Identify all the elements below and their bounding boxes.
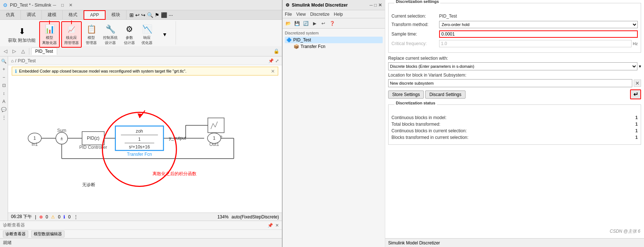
model-manager-button[interactable]: 📋 模型管理器 [83,22,99,47]
diag-tab-editor[interactable]: 模型数据编辑器 [31,231,65,237]
disc-apply-btn[interactable]: ▶ [310,19,319,27]
sidebar-fit-icon[interactable]: ⊡ [1,82,7,89]
ready-label: 就绪 [3,240,12,246]
apply-icon-button[interactable]: ↵ [630,89,641,99]
alert-text: Embedded Coder app closed because model … [19,69,187,73]
simulink-title-bar: ⚙ PID_Test * - Simulink ─ □ ✕ [0,0,282,10]
disc-close[interactable]: ✕ [378,3,382,8]
toolbar-btn-5[interactable]: ⚑ [155,12,159,18]
diag-close-icon[interactable]: ✕ [275,223,279,228]
sidebar-dots-icon[interactable]: ⋮ [1,114,7,121]
canvas-pin-icon[interactable]: 📌 [268,58,274,63]
diag-pin-icon[interactable]: 📌 [268,223,273,228]
breadcrumb[interactable]: PID_Test [18,58,36,63]
nav-up[interactable]: △ [19,47,27,55]
tree-item-transfer[interactable]: 📦 Transfer Fcn [285,43,383,50]
get-addons-button[interactable]: ⬇ 获取 附加功能 [6,24,38,45]
menu-help[interactable]: Help [334,12,343,17]
settings-section-title: Discretization settings [394,0,440,4]
canvas-body: ℹ Embedded Coder app closed because mode… [8,65,282,221]
diag-title: 诊断查看器 [3,222,25,228]
disc-save-btn[interactable]: 💾 [293,19,301,27]
action-buttons: Store Settings Discard Settings ↵ [388,89,641,99]
nav-right[interactable]: ▷ [10,47,18,55]
diag-tab-viewer[interactable]: 诊断查看器 [3,231,28,237]
svg-text:Out1: Out1 [209,142,219,147]
step-mode: auto(FixedStepDiscrete) [232,214,279,220]
menu-discretize[interactable]: Discretize [310,12,330,17]
location-input[interactable] [388,79,632,87]
disc-open-btn[interactable]: 📂 [284,19,292,27]
store-settings-button[interactable]: Store Settings [388,91,424,99]
disc-help-btn[interactable]: ❓ [328,19,336,27]
tab-block[interactable]: 模块 [106,10,126,19]
discretizer-icon: 📊 [44,23,55,35]
svg-text:s²+10s+16: s²+10s+16 [129,144,150,150]
alert-bar: ℹ Embedded Coder app closed because mode… [12,67,278,75]
toolbar-btn-3[interactable]: ↪ [141,12,146,18]
more-apps-button[interactable]: ▼ [157,27,173,42]
status-label-0: Continuous blocks in model: [391,115,635,120]
critical-freq-input[interactable] [439,40,632,47]
toolbar-btn-1[interactable]: ⊞ [129,12,134,18]
toolbar-btn-4[interactable]: 🔍 [147,12,153,18]
transform-method-select[interactable]: Zero-order hold [439,21,638,28]
sidebar-search-icon[interactable]: 🔍 [1,58,7,64]
disc-icon: ⚙ [286,3,290,8]
replace-dropdown-icon: ▾ [639,64,641,69]
toolbar-btn-6[interactable]: ⬛ [161,12,167,18]
canvas-area: 🔍 + − ⊡ ↕ A 💬 ⋮ ⌂ / PID_Test 📌 ⤢ [0,56,282,221]
toolbar-dots[interactable]: ··· [169,12,173,18]
disc-minimize[interactable]: ─ [369,3,373,8]
toolbar-btn-2[interactable]: ↩ [135,12,140,18]
ribbon-tabs: 仿真 调试 建模 格式 APP 模块 ⊞ ↩ ↪ 🔍 ⚑ ⬛ ··· [0,10,282,20]
disc-tree-panel: ⚙ Simulink Model Discretizer ─ □ ✕ File … [283,0,385,247]
disc-refresh-btn[interactable]: 🔄 [302,19,310,27]
status-menu[interactable]: ⋮ [74,214,78,220]
tab-debug[interactable]: 调试 [21,10,42,19]
manager-icon: 📋 [85,23,97,35]
maximize-button[interactable]: □ [59,2,66,8]
discard-settings-button[interactable]: Discard Settings [425,91,465,99]
disc-undo-btn[interactable]: ↩ [319,19,327,27]
disc-title-bar: ⚙ Simulink Model Discretizer ─ □ ✕ [283,0,385,10]
tab-simulation[interactable]: 仿真 [0,10,21,19]
sidebar-plus-icon[interactable]: + [1,66,7,73]
disc-toolbar: 📂 💾 🔄 ▶ ↩ ❓ [283,18,385,29]
disc-title: Simulink Model Discretizer [292,3,348,8]
model-discretizer-button[interactable]: 📊 模型离散化器 [39,21,60,48]
disc-window-controls: ─ □ ✕ [369,3,382,8]
sample-time-input[interactable] [439,30,638,38]
apply-icon: ↵ [633,91,638,98]
tab-modeling[interactable]: 建模 [42,10,63,19]
response-optimizer-button[interactable]: 📉 响应优化器 [139,22,155,47]
canvas-expand-icon[interactable]: ⤢ [275,58,279,63]
simulink-title: PID_Test * - Simulink [10,3,51,8]
ribbon-content: ⬇ 获取 附加功能 📊 模型离散化器 📈 线化应用管理器 📋 模型 [0,20,282,46]
model-tab[interactable]: PID_Test [31,48,57,55]
tab-format[interactable]: 格式 [63,10,84,19]
tree-item-pid[interactable]: 🔷 PID_Test [285,37,383,43]
sidebar-minus-icon[interactable]: − [1,74,7,81]
canvas-header: ⌂ / PID_Test 📌 ⤢ [8,56,282,65]
menu-file[interactable]: File [285,12,292,17]
sidebar-a-icon[interactable]: A [1,98,7,105]
nav-left[interactable]: ◁ [1,47,10,55]
svg-text:Sum: Sum [57,128,66,133]
location-clear-button[interactable]: ✕ [634,80,641,87]
sidebar-arrow-icon[interactable]: ↕ [1,90,7,97]
replace-section: Replace current selection with: Discrete… [388,56,641,70]
replace-select[interactable]: Discrete blocks (Enter parameters in s-d… [388,62,637,70]
param-estimator-button[interactable]: ⚙ 参数估计器 [121,22,137,47]
linearization-button[interactable]: 📈 线化应用管理器 [61,21,82,48]
menu-view[interactable]: View [296,12,306,17]
sidebar-comment-icon[interactable]: 💬 [1,106,7,113]
disc-maximize[interactable]: □ [374,3,377,8]
close-button[interactable]: ✕ [67,2,74,8]
tab-app[interactable]: APP [84,10,106,20]
control-design-button[interactable]: 🔧 控制系统设计器 [101,22,120,47]
lock-icon[interactable]: 🔒 [272,47,280,55]
minimize-button[interactable]: ─ [51,2,58,8]
alert-close-button[interactable]: ✕ [271,69,275,74]
location-label: Location for block in Variant Subsystem: [388,73,641,78]
